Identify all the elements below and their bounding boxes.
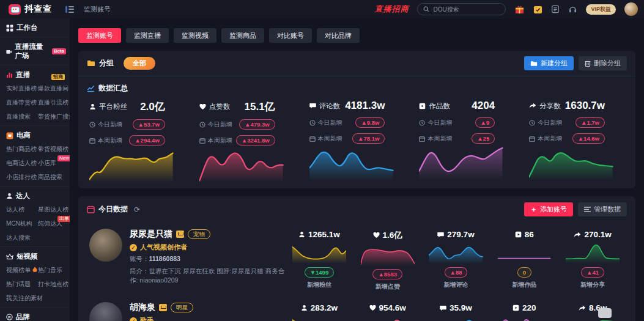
sidebar-item-promo-search[interactable]: 带货推广搜索 [38,113,70,121]
sidebar-item-hot-topics[interactable]: 热门话题 [6,280,37,289]
account-name[interactable]: 胡海泉 [130,302,155,313]
stat-likes: 1.6亿 ▲8583 新增点赞 [353,229,422,291]
sidebar-item-shop-library[interactable]: 小店库New [38,159,68,168]
verified-icon: ✓ [130,244,137,251]
sidebar-item-commission-talent[interactable]: 纯佣达人出单 [38,220,68,228]
sidebar-item-talent-rank[interactable]: 达人榜 [6,205,37,214]
fans-icon [301,304,308,311]
search-box[interactable] [417,3,506,15]
delta-badge: 0 [517,267,531,278]
tab-compare-brands[interactable]: 对比品牌 [317,28,360,43]
sidebar-item-video-rank[interactable]: 视频榜单 [6,266,37,275]
shares-today-badge: ▲1.7w [576,117,605,128]
sidebar-item-hot-products[interactable]: 热门商品榜 [6,145,37,153]
account-avatar[interactable] [89,302,122,321]
sidebar-section-workbench[interactable]: 工作台 [0,18,70,37]
list-icon [584,207,591,212]
summary-header: 数据汇总 [78,76,635,95]
sidebar-item-product-search[interactable]: 商品搜索 [38,173,68,182]
tab-compare-accounts[interactable]: 对比账号 [269,28,312,43]
calendar-icon [89,138,95,144]
talent-section-icon [6,193,13,199]
vip-badge[interactable]: VIP权益 [586,4,616,15]
group-all-pill[interactable]: 全部 [124,57,155,70]
sidebar-item-mcn[interactable]: MCN机构 [6,220,37,228]
headset-icon[interactable] [568,5,577,13]
sidebar-item-live-sales[interactable]: 直播带货榜 [6,98,37,107]
bio-text: 世界在下沉 尿尿在狂欢 围脖:尿尿是只猫 商务合作: niaoniao0209 [130,267,284,284]
app-logo[interactable]: 抖查查 [9,4,52,15]
document-icon[interactable] [551,5,560,13]
refresh-icon[interactable]: ⟳ [134,205,140,214]
tab-monitor-videos[interactable]: 监测视频 [174,28,217,43]
works-week-badge: ▲25 [472,133,495,144]
sidebar-collapse-icon[interactable] [65,6,74,13]
calendar-icon [309,136,316,142]
stat-value: 1265.1w [308,230,340,239]
fans-today-badge: ▲53.7w [133,119,165,130]
sidebar-item-checkin-rank[interactable]: 打卡地点榜 [38,280,68,289]
likes-sparkline [199,149,284,182]
stat-label: 新增点赞 [358,282,417,291]
account-avatar[interactable] [89,229,122,262]
delta-badge: ▲88 [445,267,468,278]
verify-text: 人气视频创作者 [140,243,187,252]
user-avatar[interactable] [624,2,638,16]
likes-today-badge: ▲479.3w [239,119,275,130]
summary-grid: 平台粉丝 2.0亿 今日新增▲53.7w 本周新增▲294.4w 点赞数 15.… [78,95,635,188]
add-account-button[interactable]: ＋ 添加账号 [524,202,573,216]
sidebar-section-live-plaza[interactable]: 直播流量广场 Beta [0,37,70,65]
account-row[interactable]: 尿尿是只猫 宠物 ✓ 人气视频创作者 账号：111860883 简介：世界在下沉… [78,220,635,297]
sidebar-item-talent-search[interactable]: 达人搜索 [6,234,37,242]
fans-sparkline [292,243,346,264]
deal-badge: 出单 [57,216,70,222]
sidebar-item-star-talent-rank[interactable]: 星图达人榜 [38,205,68,214]
sidebar-item-hot-music[interactable]: 热门音乐 [38,266,68,275]
shares-sparkline [566,243,620,264]
new-group-button[interactable]: 新建分组 [524,56,574,70]
new-group-label: 新建分组 [541,59,568,68]
sidebar-item-shop-ranking[interactable]: 小店排行榜 [6,173,37,182]
comment-icon [437,232,444,238]
video-icon [419,103,426,109]
summary-card: 分组 全部 新建分组 删除分组 数据汇总 [78,51,635,188]
clock-icon [89,122,95,128]
heart-icon [373,232,380,238]
today-new-label: 今日新增 [318,119,342,127]
heart-icon [369,305,376,311]
tab-monitor-live[interactable]: 监测直播 [126,28,169,43]
account-name[interactable]: 尿尿是只猫 [130,229,172,240]
stat-label: 新增粉丝 [290,281,349,289]
sidebar-item-hot-liverooms[interactable]: 爆款直播间 [38,84,70,93]
search-input[interactable] [433,6,500,13]
sidebar-item-sales-videos[interactable]: 带货视频榜 [38,145,68,153]
stat-label: 新增作品 [495,281,553,289]
account-row[interactable]: 胡海泉 明星 ✓ 歌手 账号：haiquanpaoge 简介：+vx公号【聚匠生… [78,297,635,321]
sidebar-collapse-handle[interactable]: « [65,154,69,161]
new-folder-icon [530,61,538,67]
sidebar-item-ecom-talents[interactable]: 电商达人榜 [6,159,37,168]
chart-icon [87,85,95,92]
calendar-check-icon[interactable] [533,5,542,14]
stat-value: 220 [522,303,536,312]
sidebar-item-realtime-live[interactable]: 实时直播榜 [6,84,37,93]
stat-likes: 954.6w ▲2726 新增点赞 [353,302,422,321]
gift-icon[interactable] [514,4,525,14]
svg-text:R: R [8,315,11,319]
summary-shares-value: 1630.7w [565,100,605,112]
video-icon [513,304,519,311]
stat-shares: 270.1w ▲41 新增分享 [558,229,627,291]
sidebar-item-live-search[interactable]: 直播搜索 [6,113,37,121]
manage-data-button[interactable]: 管理数据 [578,202,627,216]
delete-group-button[interactable]: 删除分组 [579,56,627,70]
sidebar-item-live-traffic[interactable]: 直播引流榜 [38,98,70,107]
fans-sparkline [89,149,174,182]
sidebar-section-talent: 达人 达人榜 星图达人榜 MCN机构 纯佣达人出单 达人搜索 [0,186,70,247]
clock-icon [199,122,205,128]
sidebar-item-my-materials[interactable]: 我关注的素材 [6,294,68,303]
tab-monitor-accounts[interactable]: 监测账号 [78,28,121,43]
tab-monitor-products[interactable]: 监测商品 [221,28,264,43]
scrollbar-thumb[interactable] [598,308,612,318]
live-promo-link[interactable]: 直播招商 [374,4,409,15]
delete-group-label: 删除分组 [594,59,621,68]
